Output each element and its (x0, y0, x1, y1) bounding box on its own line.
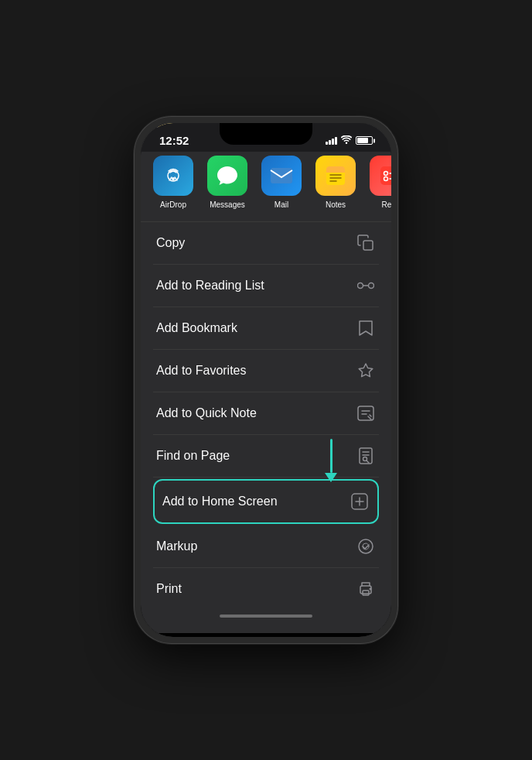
svg-point-1 (172, 177, 175, 180)
find-on-page-label: Find on Page (156, 449, 230, 463)
bookmark-label: Add Bookmark (156, 321, 237, 335)
reading-list-icon (356, 276, 376, 296)
home-screen-wrapper: Add to Home Screen (153, 479, 379, 524)
menu-item-home-screen[interactable]: Add to Home Screen (153, 479, 379, 524)
battery-icon (356, 136, 373, 145)
status-bar: 12:52 (141, 123, 391, 152)
app-notes[interactable]: Notes (315, 156, 356, 209)
svg-rect-15 (363, 241, 373, 250)
notes-label: Notes (326, 200, 346, 209)
reminders-icon (370, 156, 391, 196)
signal-icon (326, 136, 337, 145)
app-airdrop[interactable]: AirDrop (153, 156, 193, 209)
menu-item-print[interactable]: Print (153, 568, 379, 610)
app-messages[interactable]: Messages (207, 156, 247, 209)
reading-list-label: Add to Reading List (156, 279, 264, 293)
svg-rect-6 (326, 169, 345, 173)
app-reminders[interactable]: Re... (370, 156, 391, 209)
favorites-label: Add to Favorites (156, 364, 247, 378)
quick-note-label: Add to Quick Note (156, 406, 257, 420)
status-icons (326, 135, 373, 146)
reminders-label: Re... (381, 200, 391, 209)
menu-list: Copy Add to Reading List (141, 222, 391, 610)
favorites-icon (356, 361, 376, 381)
menu-item-quick-note[interactable]: Add to Quick Note (153, 392, 379, 435)
home-screen-label: Add to Home Screen (162, 495, 278, 508)
menu-item-copy[interactable]: Copy (153, 222, 379, 265)
share-sheet: Instant Title Quotes, Seller N... vyllat… (141, 123, 391, 633)
mail-icon (261, 156, 302, 196)
copy-label: Copy (156, 236, 185, 250)
mail-label: Mail (275, 200, 288, 209)
notch (220, 123, 312, 145)
copy-icon (356, 233, 376, 253)
svg-point-17 (369, 283, 374, 289)
airdrop-label: AirDrop (160, 200, 186, 209)
print-icon (356, 579, 376, 599)
apps-row: AirDrop Messages (141, 143, 391, 222)
app-mail[interactable]: Mail (261, 156, 302, 209)
screen: 12:52 (141, 123, 391, 637)
print-label: Print (156, 582, 182, 596)
bookmark-icon (356, 318, 376, 338)
svg-rect-3 (271, 168, 292, 183)
svg-point-16 (358, 283, 363, 289)
menu-item-favorites[interactable]: Add to Favorites (153, 350, 379, 392)
menu-item-reading-list[interactable]: Add to Reading List (153, 265, 379, 307)
menu-item-find-on-page[interactable]: Find on Page (153, 435, 379, 478)
arrow (325, 439, 337, 482)
quick-note-icon (356, 403, 376, 423)
svg-point-28 (359, 539, 373, 553)
phone-frame: 12:52 (135, 117, 397, 643)
messages-label: Messages (210, 200, 245, 209)
svg-rect-19 (358, 406, 373, 420)
markup-label: Markup (156, 539, 197, 553)
menu-item-markup[interactable]: Markup (153, 525, 379, 568)
menu-item-bookmark[interactable]: Add Bookmark (153, 307, 379, 350)
find-on-page-icon (356, 446, 376, 466)
markup-icon (356, 536, 376, 556)
messages-icon (207, 156, 247, 196)
svg-point-32 (370, 588, 371, 590)
home-screen-icon (350, 491, 370, 512)
airdrop-icon (153, 156, 193, 196)
arrow-head (325, 473, 337, 482)
wifi-icon (341, 135, 352, 146)
arrow-shaft (330, 439, 332, 473)
status-time: 12:52 (159, 134, 189, 147)
home-indicator (220, 615, 312, 618)
main-content: Instant Title Quotes, Seller N... vyllat… (141, 152, 391, 633)
notes-icon (315, 156, 356, 196)
svg-line-24 (367, 460, 369, 463)
svg-rect-31 (363, 591, 369, 595)
